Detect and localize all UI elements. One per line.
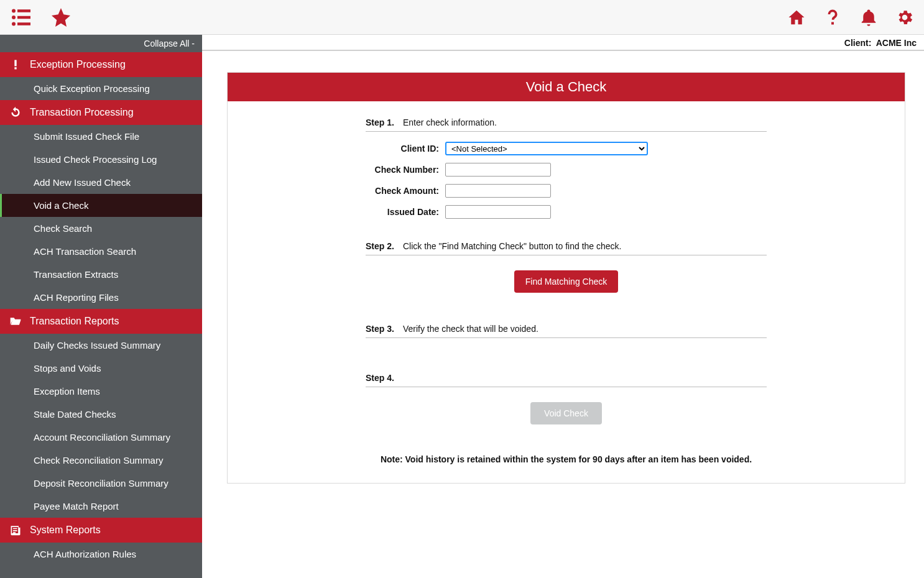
nav-item[interactable]: Stops and Voids <box>0 357 202 380</box>
void-check-card: Void a Check Step 1. Enter check informa… <box>227 72 905 484</box>
nav-section-transaction-processing[interactable]: Transaction Processing <box>0 100 202 125</box>
nav-section-label: Transaction Reports <box>30 316 119 327</box>
home-icon[interactable] <box>787 8 806 27</box>
svg-point-4 <box>12 22 16 25</box>
top-bar <box>0 0 924 35</box>
void-check-button: Void Check <box>530 402 602 424</box>
nav-section-label: Exception Processing <box>30 59 126 70</box>
step-3-label: Step 3. <box>366 324 394 334</box>
client-id-select[interactable]: <Not Selected> <box>445 142 648 155</box>
alert-icon <box>9 58 22 71</box>
svg-rect-6 <box>14 60 16 67</box>
issued-date-input[interactable] <box>445 205 551 219</box>
svg-rect-1 <box>17 9 30 12</box>
folder-open-icon <box>9 315 22 328</box>
check-amount-input[interactable] <box>445 184 551 198</box>
check-info-form: Client ID: <Not Selected> Check Number: … <box>366 142 767 219</box>
nav-section-label: Transaction Processing <box>30 107 134 118</box>
nav-item[interactable]: Add New Issued Check <box>0 171 202 194</box>
step-3-text: Verify the check that will be voided. <box>403 324 538 334</box>
check-number-input[interactable] <box>445 163 551 177</box>
svg-point-2 <box>12 16 16 19</box>
content-area: Client: ACME Inc Void a Check Step 1. En… <box>202 35 924 578</box>
svg-rect-3 <box>17 16 30 19</box>
svg-rect-5 <box>17 22 30 25</box>
nav-item[interactable]: Payee Match Report <box>0 495 202 518</box>
step-3-row: Step 3. Verify the check that will be vo… <box>366 320 767 338</box>
nav-item[interactable]: ACH Transaction Search <box>0 240 202 263</box>
find-matching-check-button[interactable]: Find Matching Check <box>514 270 619 293</box>
step-1-label: Step 1. <box>366 117 394 127</box>
nav-item[interactable]: Check Search <box>0 217 202 240</box>
nav-section-label: System Reports <box>30 525 101 536</box>
svg-point-0 <box>12 9 16 12</box>
nav-item[interactable]: Submit Issued Check File <box>0 125 202 148</box>
nav-item[interactable]: Check Reconciliation Summary <box>0 449 202 472</box>
nav-item[interactable]: Transaction Extracts <box>0 263 202 286</box>
nav-item[interactable]: Issued Check Processing Log <box>0 148 202 171</box>
check-amount-label: Check Amount: <box>366 186 439 196</box>
client-indicator: Client: ACME Inc <box>202 35 924 51</box>
nav-item[interactable]: Account Reconciliation Summary <box>0 426 202 449</box>
step-4-label: Step 4. <box>366 373 394 383</box>
nav-item[interactable]: Deposit Reconciliation Summary <box>0 472 202 495</box>
refresh-icon <box>9 106 22 119</box>
nav-section-transaction-reports[interactable]: Transaction Reports <box>0 309 202 334</box>
issued-date-label: Issued Date: <box>366 207 439 217</box>
nav-section-system-reports[interactable]: System Reports <box>0 518 202 543</box>
client-id-label: Client ID: <box>366 144 439 154</box>
check-number-label: Check Number: <box>366 165 439 175</box>
nav-item[interactable]: Exception Items <box>0 380 202 403</box>
step-4-row: Step 4. <box>366 369 767 387</box>
nav-item[interactable]: Quick Exception Processing <box>0 77 202 100</box>
step-2-label: Step 2. <box>366 241 394 251</box>
svg-rect-7 <box>14 67 16 69</box>
newspaper-icon <box>9 524 22 536</box>
help-icon[interactable] <box>823 8 842 27</box>
nav-item[interactable]: ACH Authorization Rules <box>0 543 202 566</box>
nav-section-exception-processing[interactable]: Exception Processing <box>0 52 202 77</box>
nav-item[interactable]: Stale Dated Checks <box>0 403 202 426</box>
step-2-row: Step 2. Click the "Find Matching Check" … <box>366 237 767 255</box>
step-1-text: Enter check information. <box>403 117 497 127</box>
menu-icon[interactable] <box>10 6 32 29</box>
nav-item-void-a-check[interactable]: Void a Check <box>0 194 202 217</box>
step-2-text: Click the "Find Matching Check" button t… <box>403 241 622 251</box>
nav-item[interactable]: Daily Checks Issued Summary <box>0 334 202 357</box>
nav-item[interactable]: ACH Reporting Files <box>0 286 202 309</box>
settings-gear-icon[interactable] <box>895 8 914 27</box>
notifications-bell-icon[interactable] <box>859 8 878 27</box>
collapse-all-link[interactable]: Collapse All - <box>0 35 202 52</box>
page-title: Void a Check <box>228 73 905 101</box>
sidebar: Collapse All - Exception Processing Quic… <box>0 35 202 578</box>
favorite-star-icon[interactable] <box>50 6 72 29</box>
step-1-row: Step 1. Enter check information. <box>366 114 767 132</box>
void-history-note: Note: Void history is retained within th… <box>366 454 767 464</box>
